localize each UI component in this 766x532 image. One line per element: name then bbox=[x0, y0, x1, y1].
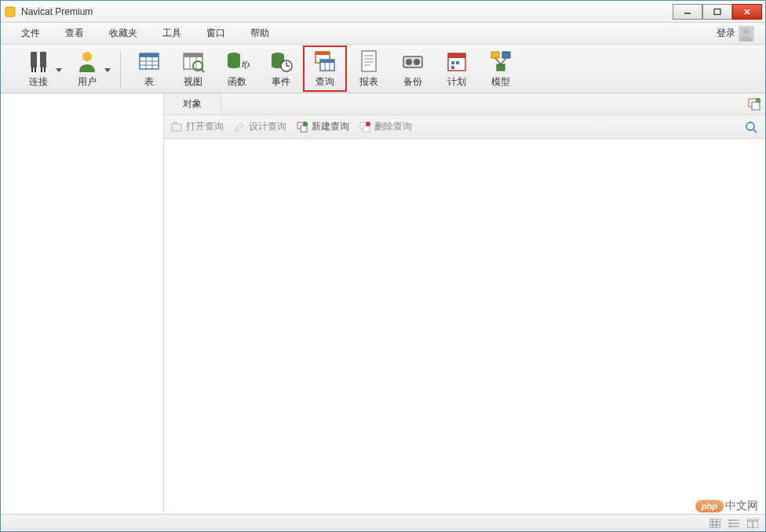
chevron-down-icon bbox=[56, 62, 62, 76]
delete-icon bbox=[359, 121, 371, 133]
tool-label: 函数 bbox=[228, 75, 246, 89]
svg-rect-20 bbox=[184, 53, 202, 57]
svg-rect-50 bbox=[491, 52, 499, 58]
svg-rect-47 bbox=[451, 61, 454, 64]
tool-table[interactable]: 表 bbox=[127, 46, 171, 92]
tool-label: 查询 bbox=[316, 75, 334, 89]
menu-help[interactable]: 帮助 bbox=[238, 24, 282, 43]
svg-rect-68 bbox=[709, 519, 720, 528]
content: 对象 + 打开查询 设计查询 新建查询 删除查询 bbox=[164, 93, 765, 514]
svg-text:+: + bbox=[757, 98, 760, 103]
svg-rect-34 bbox=[320, 60, 334, 63]
titlebar: Navicat Premium bbox=[1, 1, 765, 23]
tool-schedule[interactable]: 计划 bbox=[435, 46, 479, 92]
maximize-button[interactable] bbox=[702, 4, 732, 20]
app-icon bbox=[4, 5, 16, 18]
svg-rect-52 bbox=[497, 64, 505, 71]
action-new-query[interactable]: 新建查询 bbox=[296, 120, 349, 133]
tool-view[interactable]: 视图 bbox=[171, 46, 215, 92]
tool-function[interactable]: f(x) 函数 bbox=[215, 46, 259, 92]
action-design-query[interactable]: 设计查询 bbox=[233, 120, 286, 133]
model-icon bbox=[488, 49, 513, 74]
window-controls bbox=[673, 4, 762, 20]
menu-file[interactable]: 文件 bbox=[9, 24, 53, 43]
svg-line-67 bbox=[753, 129, 757, 133]
svg-rect-61 bbox=[301, 126, 307, 132]
event-icon bbox=[268, 49, 294, 74]
tool-query[interactable]: 查询 bbox=[303, 46, 347, 92]
svg-point-44 bbox=[414, 59, 420, 65]
view-icon bbox=[181, 49, 206, 74]
chevron-down-icon bbox=[104, 62, 111, 76]
action-bar: 打开查询 设计查询 新建查询 删除查询 bbox=[164, 115, 765, 139]
view-detail-button[interactable] bbox=[745, 517, 761, 530]
backup-icon bbox=[400, 49, 425, 74]
svg-rect-49 bbox=[451, 66, 454, 69]
query-icon bbox=[312, 49, 337, 74]
tool-label: 报表 bbox=[359, 75, 378, 89]
tool-connection[interactable]: 连接 bbox=[16, 46, 65, 92]
svg-point-12 bbox=[82, 52, 92, 61]
login-area[interactable]: 登录 bbox=[717, 26, 757, 42]
open-icon bbox=[170, 121, 183, 133]
sidebar[interactable] bbox=[1, 93, 164, 514]
svg-line-24 bbox=[201, 69, 204, 72]
svg-line-53 bbox=[495, 58, 501, 64]
svg-rect-32 bbox=[316, 52, 330, 55]
svg-text:f(x): f(x) bbox=[242, 60, 250, 69]
tool-report[interactable]: 报表 bbox=[347, 46, 391, 92]
main-area: 对象 + 打开查询 设计查询 新建查询 删除查询 bbox=[1, 93, 765, 514]
object-tab[interactable]: 对象 bbox=[164, 93, 221, 115]
search-button[interactable] bbox=[743, 119, 759, 135]
svg-rect-2 bbox=[714, 9, 720, 14]
design-icon bbox=[233, 121, 246, 133]
plug-icon bbox=[26, 49, 51, 74]
content-body[interactable] bbox=[164, 139, 765, 514]
view-list-button[interactable] bbox=[726, 517, 742, 530]
action-label: 新建查询 bbox=[312, 120, 349, 133]
menu-favorites[interactable]: 收藏夹 bbox=[97, 24, 150, 43]
action-label: 打开查询 bbox=[186, 120, 224, 133]
menu-tools[interactable]: 工具 bbox=[150, 24, 194, 43]
svg-rect-0 bbox=[5, 7, 15, 16]
report-icon bbox=[356, 49, 381, 74]
table-icon bbox=[137, 49, 162, 74]
svg-rect-46 bbox=[448, 53, 465, 58]
svg-point-65 bbox=[366, 122, 370, 126]
tool-label: 模型 bbox=[491, 75, 510, 89]
separator bbox=[120, 50, 121, 88]
svg-point-78 bbox=[729, 526, 731, 527]
view-grid-button[interactable] bbox=[707, 517, 723, 530]
object-action-icon[interactable]: + bbox=[743, 93, 765, 115]
action-open-query[interactable]: 打开查询 bbox=[170, 120, 224, 133]
login-label: 登录 bbox=[717, 27, 735, 40]
svg-rect-6 bbox=[31, 52, 37, 67]
minimize-button[interactable] bbox=[673, 4, 702, 20]
svg-point-43 bbox=[406, 59, 412, 65]
action-delete-query[interactable]: 删除查询 bbox=[359, 120, 412, 133]
tool-model[interactable]: 模型 bbox=[479, 46, 523, 92]
svg-point-62 bbox=[303, 122, 308, 126]
svg-point-66 bbox=[746, 122, 754, 130]
tool-user[interactable]: 用户 bbox=[65, 46, 114, 92]
tool-label: 备份 bbox=[403, 75, 422, 89]
user-icon bbox=[75, 49, 100, 74]
svg-rect-59 bbox=[172, 124, 181, 131]
svg-rect-7 bbox=[40, 52, 46, 67]
toolbar: 连接 用户 表 视图 f(x) 函数 事件 查询 bbox=[1, 45, 765, 93]
tool-label: 用户 bbox=[78, 75, 97, 89]
close-button[interactable] bbox=[732, 4, 762, 20]
svg-rect-48 bbox=[456, 61, 459, 64]
statusbar bbox=[1, 514, 765, 531]
action-label: 设计查询 bbox=[249, 120, 286, 133]
tool-label: 计划 bbox=[447, 75, 466, 89]
tool-event[interactable]: 事件 bbox=[259, 46, 303, 92]
menu-view[interactable]: 查看 bbox=[53, 24, 97, 43]
tool-label: 表 bbox=[144, 75, 154, 89]
menu-window[interactable]: 窗口 bbox=[194, 24, 238, 43]
function-icon: f(x) bbox=[224, 49, 250, 74]
tool-backup[interactable]: 备份 bbox=[391, 46, 435, 92]
svg-rect-14 bbox=[140, 53, 159, 57]
new-icon bbox=[296, 121, 308, 133]
avatar-icon bbox=[739, 26, 754, 42]
